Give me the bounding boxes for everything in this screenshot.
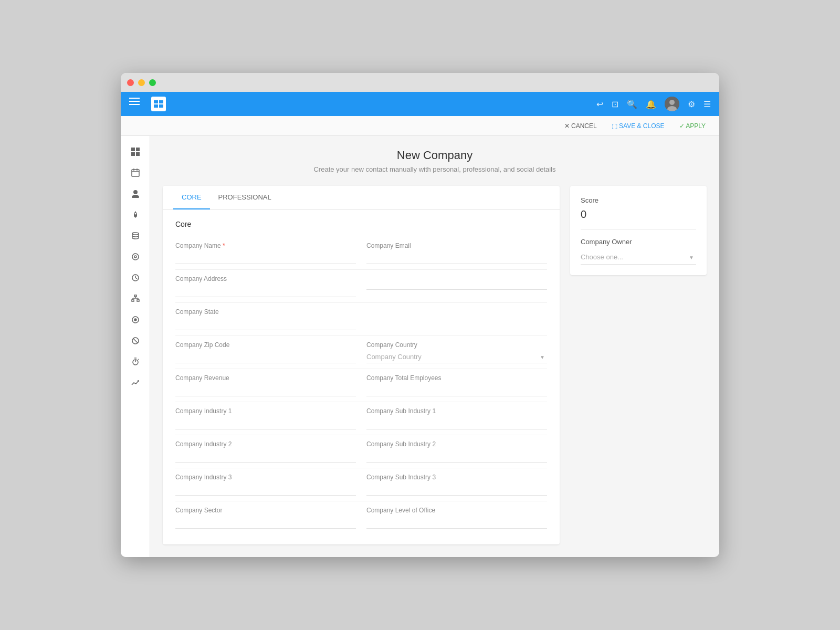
sidebar-item-timer[interactable] xyxy=(125,352,146,371)
company-sector-input[interactable] xyxy=(175,516,356,529)
company-state-field: Company State xyxy=(175,308,356,330)
company-address-field: Company Address xyxy=(175,275,356,297)
form-card: CORE PROFESSIONAL Core Company Name xyxy=(163,186,560,544)
company-industry2-input[interactable] xyxy=(175,450,356,463)
svg-point-18 xyxy=(132,233,139,235)
company-country-field: Company Country Company Country ▼ xyxy=(366,341,547,363)
main-content: New Company Create your new contact manu… xyxy=(150,136,719,557)
owner-select-wrapper: Choose one... ▼ xyxy=(581,250,696,265)
company-subindustry1-input[interactable] xyxy=(366,417,547,429)
titlebar xyxy=(121,73,719,92)
svg-rect-25 xyxy=(132,300,134,301)
maximize-button[interactable] xyxy=(149,79,156,86)
topbar-left xyxy=(129,97,166,111)
app-window: ↩ ⊡ 🔍 🔔 ⚙ ☰ ✕ CANCEL ⬚ SAVE & CLOSE ✓ AP… xyxy=(121,73,719,557)
company-address-input[interactable] xyxy=(175,285,356,297)
company-levelofoffice-label: Company Level of Office xyxy=(366,507,547,514)
company-employees-label: Company Total Employees xyxy=(366,374,547,382)
company-email-input[interactable] xyxy=(366,251,547,264)
svg-line-23 xyxy=(135,278,137,279)
company-levelofoffice-input[interactable] xyxy=(366,516,547,529)
company-sector-label: Company Sector xyxy=(175,507,356,514)
close-button[interactable] xyxy=(127,79,134,86)
company-industry1-field: Company Industry 1 xyxy=(175,407,356,429)
company-zip-field: Company Zip Code xyxy=(175,341,356,363)
company-revenue-label: Company Revenue xyxy=(175,374,356,382)
fullscreen-icon[interactable]: ⊡ xyxy=(612,99,618,109)
company-name-input[interactable] xyxy=(175,251,356,264)
tab-professional[interactable]: PROFESSIONAL xyxy=(210,186,280,209)
form-row-2: Company Address xyxy=(175,270,547,303)
minimize-button[interactable] xyxy=(138,79,145,86)
company-subindustry3-label: Company Sub Industry 3 xyxy=(366,474,547,481)
menu-toggle-button[interactable] xyxy=(129,98,145,110)
company-industry3-field: Company Industry 3 xyxy=(175,474,356,496)
company-country-label: Company Country xyxy=(366,341,547,349)
sidebar-item-stack[interactable] xyxy=(125,226,146,245)
company-industry1-input[interactable] xyxy=(175,417,356,429)
company-levelofoffice-field: Company Level of Office xyxy=(366,507,547,529)
side-panel: Score 0 Company Owner Choose one... ▼ xyxy=(570,186,707,275)
company-revenue-input[interactable] xyxy=(175,384,356,396)
tab-core[interactable]: CORE xyxy=(173,186,210,209)
save-close-button[interactable]: ⬚ SAVE & CLOSE xyxy=(606,120,670,132)
more-icon[interactable]: ☰ xyxy=(704,99,711,109)
section-title: Core xyxy=(175,220,547,228)
company-employees-input[interactable] xyxy=(366,384,547,396)
company-address-label: Company Address xyxy=(175,275,356,282)
form-row-6: Company Industry 1 Company Sub Industry … xyxy=(175,402,547,435)
cancel-button[interactable]: ✕ CANCEL xyxy=(559,120,602,132)
svg-rect-2 xyxy=(154,104,158,108)
sidebar-item-clock[interactable] xyxy=(125,268,146,287)
company-subindustry2-field: Company Sub Industry 2 xyxy=(366,440,547,463)
sidebar-item-games[interactable] xyxy=(125,310,146,329)
svg-rect-0 xyxy=(154,100,158,103)
svg-point-16 xyxy=(132,195,139,198)
sidebar-item-chart[interactable] xyxy=(125,373,146,392)
score-section: Score 0 xyxy=(581,196,696,229)
sidebar-item-circle[interactable] xyxy=(125,247,146,266)
actionbar: ✕ CANCEL ⬚ SAVE & CLOSE ✓ APPLY xyxy=(121,116,719,136)
apply-button[interactable]: ✓ APPLY xyxy=(674,120,711,132)
svg-rect-9 xyxy=(131,152,135,156)
company-zip-input[interactable] xyxy=(175,351,356,363)
form-body: Core Company Name Company Email xyxy=(163,209,560,544)
sidebar-item-org[interactable] xyxy=(125,289,146,308)
company-subindustry3-field: Company Sub Industry 3 xyxy=(366,474,547,496)
back-icon[interactable]: ↩ xyxy=(596,99,603,109)
company-employees-field: Company Total Employees xyxy=(366,374,547,396)
settings-icon[interactable]: ⚙ xyxy=(688,99,695,109)
svg-point-15 xyxy=(133,190,138,194)
svg-rect-24 xyxy=(134,295,136,297)
company-industry3-input[interactable] xyxy=(175,483,356,496)
form-row-9: Company Sector Company Level of Office xyxy=(175,501,547,534)
score-label: Score xyxy=(581,196,696,204)
avatar[interactable] xyxy=(665,97,679,111)
company-subindustry3-input[interactable] xyxy=(366,483,547,496)
company-industry2-label: Company Industry 2 xyxy=(175,440,356,448)
topbar: ↩ ⊡ 🔍 🔔 ⚙ ☰ xyxy=(121,92,719,116)
sidebar-item-rocket[interactable] xyxy=(125,205,146,224)
svg-point-5 xyxy=(669,100,675,105)
sidebar-item-grid[interactable] xyxy=(125,142,146,161)
company-address-2-input[interactable] xyxy=(366,277,547,290)
company-subindustry2-input[interactable] xyxy=(366,450,547,463)
sidebar-item-block[interactable] xyxy=(125,331,146,350)
company-owner-select[interactable]: Choose one... xyxy=(581,250,696,265)
sidebar-item-contacts[interactable] xyxy=(125,184,146,203)
company-country-select[interactable]: Company Country xyxy=(366,351,547,363)
svg-rect-8 xyxy=(136,148,140,151)
company-industry2-field: Company Industry 2 xyxy=(175,440,356,463)
tabs: CORE PROFESSIONAL xyxy=(163,186,560,209)
owner-label: Company Owner xyxy=(581,238,696,246)
search-icon[interactable]: 🔍 xyxy=(627,99,637,109)
svg-line-38 xyxy=(138,359,139,360)
page-title: New Company xyxy=(163,149,707,162)
svg-point-19 xyxy=(132,254,139,260)
svg-point-20 xyxy=(134,256,136,258)
form-row-5: Company Revenue Company Total Employees xyxy=(175,369,547,402)
sidebar-item-calendar[interactable] xyxy=(125,163,146,182)
page-header: New Company Create your new contact manu… xyxy=(163,149,707,173)
notifications-icon[interactable]: 🔔 xyxy=(646,99,656,109)
company-state-input[interactable] xyxy=(175,318,356,330)
